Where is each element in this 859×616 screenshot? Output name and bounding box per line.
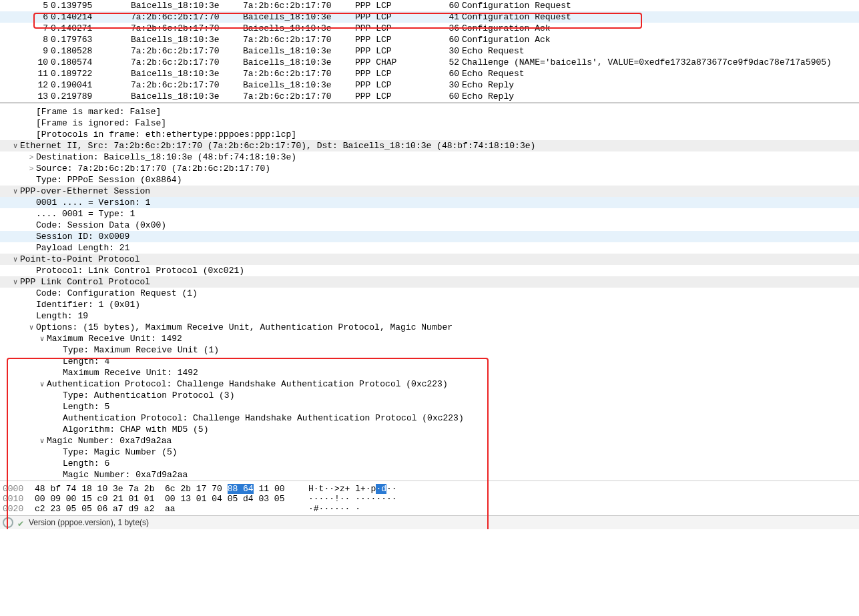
expand-right-icon[interactable] — [27, 152, 36, 162]
detail-line[interactable]: PPP-over-Ethernet Session — [0, 186, 859, 197]
packet-list[interactable]: 50.139795Baicells_18:10:3e7a:2b:6c:2b:17… — [0, 0, 859, 103]
detail-line[interactable]: Length: 5 — [0, 401, 859, 412]
detail-line[interactable]: Protocol: Link Control Protocol (0xc021) — [0, 265, 859, 276]
detail-line[interactable]: Ethernet II, Src: 7a:2b:6c:2b:17:70 (7a:… — [0, 140, 859, 151]
expand-down-icon[interactable] — [37, 379, 47, 389]
packet-details[interactable]: [Frame is marked: False][Frame is ignore… — [0, 103, 859, 481]
status-bar: ✔ Version (pppoe.version), 1 byte(s) — [0, 515, 859, 529]
packet-row[interactable]: 70.1402717a:2b:6c:2b:17:70Baicells_18:10… — [0, 23, 859, 34]
status-text: Version (pppoe.version), 1 byte(s) — [29, 518, 149, 527]
detail-line[interactable]: Magic Number: 0xa7d9a2aa — [0, 435, 859, 446]
status-icon — [3, 517, 13, 528]
packet-row[interactable]: 80.179763Baicells_18:10:3e7a:2b:6c:2b:17… — [0, 34, 859, 45]
detail-line[interactable]: Length: 4 — [0, 356, 859, 367]
detail-line[interactable]: Type: Maximum Receive Unit (1) — [0, 344, 859, 356]
detail-line[interactable]: [Frame is ignored: False] — [0, 117, 859, 129]
expand-down-icon[interactable] — [27, 322, 36, 332]
detail-line[interactable]: Payload Length: 21 — [0, 242, 859, 254]
detail-line[interactable]: Options: (15 bytes), Maximum Receive Uni… — [0, 322, 859, 333]
detail-line[interactable]: PPP Link Control Protocol — [0, 276, 859, 288]
detail-line[interactable]: Magic Number: 0xa7d9a2aa — [0, 469, 859, 481]
detail-line[interactable]: Source: 7a:2b:6c:2b:17:70 (7a:2b:6c:2b:1… — [0, 163, 859, 174]
status-icon2: ✔ — [17, 519, 25, 527]
hex-row[interactable]: 000048 bf 74 18 10 3e 7a 2b 6c 2b 17 70 … — [0, 484, 859, 494]
detail-line[interactable]: Type: PPPoE Session (0x8864) — [0, 174, 859, 186]
detail-line[interactable]: Maximum Receive Unit: 1492 — [0, 333, 859, 344]
detail-line[interactable]: Destination: Baicells_18:10:3e (48:bf:74… — [0, 151, 859, 163]
detail-line[interactable]: Point-to-Point Protocol — [0, 254, 859, 265]
detail-line[interactable]: Authentication Protocol: Challenge Hands… — [0, 378, 859, 390]
packet-row[interactable]: 130.219789Baicells_18:10:3e7a:2b:6c:2b:1… — [0, 91, 859, 102]
packet-row[interactable]: 60.1402147a:2b:6c:2b:17:70Baicells_18:10… — [0, 11, 859, 23]
detail-line[interactable]: .... 0001 = Type: 1 — [0, 208, 859, 220]
packet-row[interactable]: 110.189722Baicells_18:10:3e7a:2b:6c:2b:1… — [0, 68, 859, 79]
detail-line[interactable]: Length: 6 — [0, 458, 859, 469]
packet-row[interactable]: 120.1900417a:2b:6c:2b:17:70Baicells_18:1… — [0, 79, 859, 91]
detail-line[interactable]: Identifier: 1 (0x01) — [0, 299, 859, 310]
detail-line[interactable]: Code: Session Data (0x00) — [0, 220, 859, 231]
detail-line[interactable]: Authentication Protocol: Challenge Hands… — [0, 412, 859, 424]
detail-line[interactable]: 0001 .... = Version: 1 — [0, 197, 859, 208]
expand-down-icon[interactable] — [37, 436, 47, 446]
detail-line[interactable]: Type: Magic Number (5) — [0, 446, 859, 458]
detail-line[interactable]: Algorithm: CHAP with MD5 (5) — [0, 424, 859, 435]
packet-row[interactable]: 100.1805747a:2b:6c:2b:17:70Baicells_18:1… — [0, 57, 859, 68]
packet-row[interactable]: 50.139795Baicells_18:10:3e7a:2b:6c:2b:17… — [0, 0, 859, 11]
expand-down-icon[interactable] — [37, 334, 47, 344]
detail-line[interactable]: Length: 19 — [0, 310, 859, 322]
hex-row[interactable]: 001000 09 00 15 c0 21 01 01 00 13 01 04 … — [0, 494, 859, 504]
detail-line[interactable]: Maximum Receive Unit: 1492 — [0, 367, 859, 378]
expand-right-icon[interactable] — [27, 164, 36, 174]
detail-line[interactable]: Type: Authentication Protocol (3) — [0, 390, 859, 401]
detail-line[interactable]: [Protocols in frame: eth:ethertype:pppoe… — [0, 129, 859, 140]
detail-line[interactable]: [Frame is marked: False] — [0, 106, 859, 117]
hex-row[interactable]: 0020c2 23 05 05 06 a7 d9 a2 aa·#······ · — [0, 504, 859, 514]
detail-line[interactable]: Code: Configuration Request (1) — [0, 288, 859, 299]
detail-line[interactable]: Session ID: 0x0009 — [0, 231, 859, 242]
expand-down-icon[interactable] — [11, 254, 20, 264]
expand-down-icon[interactable] — [11, 141, 20, 151]
expand-down-icon[interactable] — [11, 186, 20, 196]
packet-row[interactable]: 90.1805287a:2b:6c:2b:17:70Baicells_18:10… — [0, 45, 859, 57]
hex-dump[interactable]: 000048 bf 74 18 10 3e 7a 2b 6c 2b 17 70 … — [0, 481, 859, 515]
expand-down-icon[interactable] — [11, 277, 20, 287]
